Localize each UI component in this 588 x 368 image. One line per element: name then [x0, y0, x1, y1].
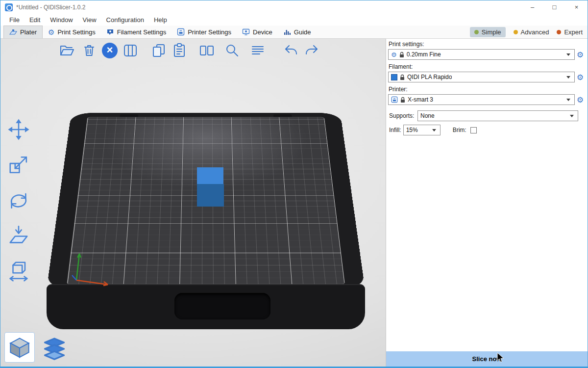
advanced-mode-dot-icon: [514, 30, 518, 34]
model-cube-front-face[interactable]: [197, 184, 224, 207]
tab-label: Plater: [20, 28, 37, 36]
tab-printer-settings[interactable]: Printer Settings: [172, 26, 237, 38]
mode-simple[interactable]: Simple: [470, 27, 506, 37]
menu-bar: File Edit Window View Configuration Help: [0, 14, 588, 26]
layers-preview-icon[interactable]: [41, 335, 68, 363]
arrange-icon[interactable]: [122, 42, 139, 59]
filament-gear-button[interactable]: [575, 73, 586, 82]
viewport-3d[interactable]: [0, 39, 386, 367]
title-bar: *Untitled - QIDISlicer-1.0.2 – □ ×: [0, 0, 588, 14]
printer-combo[interactable]: X-smart 3: [388, 94, 575, 105]
infill-label: Infill:: [389, 127, 401, 133]
print-settings-combo[interactable]: 0.20mm Fine: [388, 49, 575, 60]
left-toolbar: [6, 117, 31, 283]
slice-now-button[interactable]: Slice now: [386, 351, 588, 367]
filament-combo[interactable]: QIDI PLA Rapido: [388, 72, 575, 82]
mouse-cursor: [497, 352, 505, 363]
lock-icon: [399, 52, 404, 58]
brim-label: Brim:: [453, 127, 466, 133]
tab-label: Printer Settings: [188, 28, 231, 36]
mode-label: Advanced: [521, 28, 549, 36]
simple-mode-dot-icon: [474, 30, 479, 34]
mode-label: Expert: [564, 28, 583, 36]
view-switch: [4, 332, 68, 363]
axes-gizmo-icon: [67, 249, 112, 289]
menu-configuration[interactable]: Configuration: [101, 16, 149, 24]
rotate-icon[interactable]: [6, 188, 31, 212]
chevron-down-icon: [566, 76, 570, 79]
undo-icon[interactable]: [283, 42, 299, 59]
split-icon[interactable]: [198, 42, 215, 59]
tab-label: Device: [253, 28, 272, 36]
chevron-down-icon: [570, 115, 574, 117]
mode-label: Simple: [482, 28, 501, 36]
minimize-button[interactable]: –: [521, 0, 543, 14]
move-icon[interactable]: [6, 117, 31, 142]
menu-help[interactable]: Help: [149, 16, 172, 24]
printer-label: Printer:: [389, 86, 588, 93]
layer-list-icon[interactable]: [249, 42, 266, 59]
tab-label: Guide: [294, 28, 311, 36]
printer-icon: [177, 28, 185, 36]
plater-icon: [9, 28, 17, 36]
menu-window[interactable]: Window: [45, 16, 77, 24]
mode-expert[interactable]: Expert: [557, 28, 583, 36]
redo-icon[interactable]: [303, 42, 320, 59]
print-bed-front-wall: [47, 284, 365, 329]
expert-mode-dot-icon: [557, 30, 561, 34]
app-logo-icon: [5, 3, 13, 11]
model-cube-top-face[interactable]: [197, 167, 223, 184]
lock-icon: [400, 74, 405, 80]
mode-switcher: Simple Advanced Expert: [470, 26, 588, 38]
brim-checkbox[interactable]: [470, 127, 477, 133]
chevron-down-icon: [566, 99, 570, 101]
3d-editor-view-icon[interactable]: [4, 332, 35, 363]
mirror-icon[interactable]: [6, 259, 31, 283]
open-icon[interactable]: [58, 42, 75, 59]
paste-icon[interactable]: [171, 42, 188, 59]
chevron-down-icon: [566, 53, 570, 56]
tab-device[interactable]: Device: [237, 26, 278, 38]
tab-filament-settings[interactable]: Filament Settings: [101, 26, 172, 38]
printer-gear-button[interactable]: [575, 95, 586, 105]
scale-icon[interactable]: [6, 153, 31, 177]
top-toolbar: [58, 42, 320, 59]
menu-view[interactable]: View: [78, 16, 101, 24]
lock-icon: [400, 97, 405, 103]
tab-plater[interactable]: Plater: [3, 26, 43, 38]
filament-color-swatch: [391, 74, 397, 80]
scene-3d: [0, 39, 386, 367]
print-settings-label: Print settings:: [389, 41, 588, 48]
search-icon[interactable]: [224, 42, 241, 59]
supports-label: Supports:: [389, 112, 416, 119]
chevron-down-icon: [432, 129, 436, 131]
settings-sidebar: Print settings: 0.20mm Fine Filament: QI…: [386, 39, 588, 367]
supports-value: None: [420, 112, 435, 119]
menu-edit[interactable]: Edit: [24, 16, 45, 24]
gear-icon: [391, 51, 397, 58]
device-monitor-icon: [242, 28, 250, 36]
tab-guide[interactable]: Guide: [278, 26, 317, 38]
close-button[interactable]: ×: [565, 0, 588, 14]
supports-combo[interactable]: None: [417, 110, 578, 121]
copy-icon[interactable]: [150, 42, 167, 59]
place-on-face-icon[interactable]: [6, 223, 31, 248]
delete-icon[interactable]: [81, 42, 98, 59]
delete-all-icon[interactable]: [101, 42, 118, 59]
window-title: *Untitled - QIDISlicer-1.0.2: [16, 4, 85, 11]
tab-label: Filament Settings: [117, 28, 166, 36]
tab-bar: Plater Print Settings Filament Settings …: [0, 26, 588, 39]
infill-value: 15%: [406, 127, 418, 133]
print-settings-gear-button[interactable]: [575, 50, 586, 59]
filament-value: QIDI PLA Rapido: [407, 74, 452, 80]
tab-print-settings[interactable]: Print Settings: [43, 26, 101, 38]
menu-file[interactable]: File: [4, 16, 24, 24]
guide-columns-icon: [283, 28, 291, 36]
gear-icon: [48, 28, 54, 36]
filament-label: Filament:: [389, 63, 588, 71]
tab-label: Print Settings: [57, 28, 95, 36]
filament-icon: [106, 28, 114, 36]
maximize-button[interactable]: □: [543, 0, 565, 14]
mode-advanced[interactable]: Advanced: [514, 28, 549, 36]
infill-combo[interactable]: 15%: [403, 125, 441, 135]
